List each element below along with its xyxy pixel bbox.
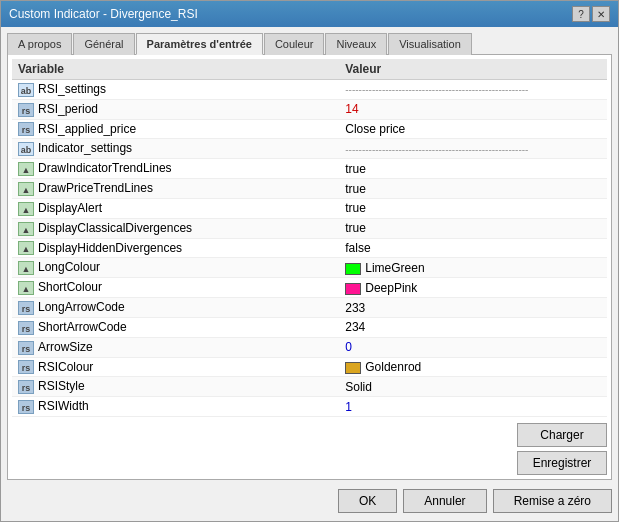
param-type-icon: rs [18, 103, 34, 117]
param-type-icon: ab [18, 83, 34, 97]
param-value-cell[interactable]: true [339, 159, 607, 179]
param-name-cell: ▲ShortColour [12, 278, 339, 298]
param-value-cell[interactable]: ----------------------------------------… [339, 139, 607, 159]
tab-general[interactable]: Général [73, 33, 134, 55]
param-name: RSIWidth [38, 399, 89, 413]
table-row[interactable]: rsRSI_applied_priceClose price [12, 119, 607, 139]
table-row[interactable]: ▲ShortColourDeepPink [12, 278, 607, 298]
tab-apropos[interactable]: A propos [7, 33, 72, 55]
help-button[interactable]: ? [572, 6, 590, 22]
param-value: Solid [345, 380, 372, 394]
tab-parametres[interactable]: Paramètres d'entrée [136, 33, 263, 55]
title-bar-buttons: ? ✕ [572, 6, 610, 22]
table-row[interactable]: ▲DrawIndicatorTrendLinestrue [12, 159, 607, 179]
param-value-cell[interactable]: 0 [339, 337, 607, 357]
param-type-icon: rs [18, 360, 34, 374]
charger-button[interactable]: Charger [517, 423, 607, 447]
param-type-icon: rs [18, 400, 34, 414]
color-label: LimeGreen [365, 261, 424, 275]
param-type-icon: ▲ [18, 202, 34, 216]
param-value: 1 [345, 400, 352, 414]
param-value-cell[interactable]: 233 [339, 298, 607, 318]
window-content: A propos Général Paramètres d'entrée Cou… [1, 27, 618, 521]
param-value: true [345, 221, 366, 235]
param-type-icon: ▲ [18, 222, 34, 236]
param-value-cell[interactable]: 234 [339, 317, 607, 337]
table-row[interactable]: ▲DisplayClassicalDivergencestrue [12, 218, 607, 238]
param-value: Close price [345, 122, 405, 136]
param-name: RSI_period [38, 102, 98, 116]
param-name-cell: ▲LongColour [12, 258, 339, 278]
ok-button[interactable]: OK [338, 489, 397, 513]
param-value-cell[interactable]: true [339, 198, 607, 218]
tab-couleur[interactable]: Couleur [264, 33, 325, 55]
table-row[interactable]: rsRSIColourGoldenrod [12, 357, 607, 377]
param-name: RSIStyle [38, 379, 85, 393]
param-value-cell[interactable]: true [339, 179, 607, 199]
table-row[interactable]: rsLongArrowCode233 [12, 298, 607, 318]
param-type-icon: ab [18, 142, 34, 156]
col-variable: Variable [12, 59, 339, 80]
table-row[interactable]: rsRSIStyleSolid [12, 377, 607, 397]
param-type-icon: rs [18, 321, 34, 335]
table-row[interactable]: rsArrowSize0 [12, 337, 607, 357]
table-row[interactable]: ▲DisplayHiddenDivergencesfalse [12, 238, 607, 258]
table-row[interactable]: rsRSIWidth1 [12, 397, 607, 417]
color-swatch [345, 263, 361, 275]
table-row[interactable]: abRSI_settings--------------------------… [12, 80, 607, 100]
title-bar: Custom Indicator - Divergence_RSI ? ✕ [1, 1, 618, 27]
param-name: Indicator_settings [38, 141, 132, 155]
param-value-cell[interactable]: Goldenrod [339, 357, 607, 377]
param-value-cell[interactable]: Solid [339, 377, 607, 397]
table-row[interactable]: ▲LongColourLimeGreen [12, 258, 607, 278]
close-button[interactable]: ✕ [592, 6, 610, 22]
param-name: RSIColour [38, 360, 93, 374]
param-value-cell[interactable]: 1 [339, 397, 607, 417]
table-row[interactable]: rsRSI_period14 [12, 99, 607, 119]
tab-visualisation[interactable]: Visualisation [388, 33, 472, 55]
tab-bar: A propos Général Paramètres d'entrée Cou… [7, 33, 612, 55]
param-value-cell[interactable]: ----------------------------------------… [339, 80, 607, 100]
table-row[interactable]: ▲DrawPriceTrendLinestrue [12, 179, 607, 199]
table-row[interactable]: rsShortArrowCode234 [12, 317, 607, 337]
color-label: Goldenrod [365, 360, 421, 374]
param-value: true [345, 201, 366, 215]
param-name-cell: rsShortArrowCode [12, 317, 339, 337]
param-name: LongColour [38, 260, 100, 274]
table-row[interactable]: abIndicator_settings--------------------… [12, 139, 607, 159]
enregistrer-button[interactable]: Enregistrer [517, 451, 607, 475]
param-value-cell[interactable]: true [339, 218, 607, 238]
param-name: LongArrowCode [38, 300, 125, 314]
param-name-cell: rsRSI_applied_price [12, 119, 339, 139]
param-name-cell: abIndicator_settings [12, 139, 339, 159]
param-type-icon: ▲ [18, 182, 34, 196]
tab-niveaux[interactable]: Niveaux [325, 33, 387, 55]
param-name: DisplayClassicalDivergences [38, 221, 192, 235]
param-name: RSI_settings [38, 82, 106, 96]
param-name: DrawPriceTrendLines [38, 181, 153, 195]
color-swatch [345, 362, 361, 374]
param-value-cell[interactable]: false [339, 238, 607, 258]
annuler-button[interactable]: Annuler [403, 489, 486, 513]
divider-value: ----------------------------------------… [345, 144, 528, 155]
col-valeur: Valeur [339, 59, 607, 80]
color-swatch [345, 283, 361, 295]
param-type-icon: ▲ [18, 241, 34, 255]
param-name-cell: rsRSIStyle [12, 377, 339, 397]
param-value-cell[interactable]: Close price [339, 119, 607, 139]
parameters-table: Variable Valeur abRSI_settings----------… [12, 59, 607, 417]
param-name-cell: rsRSIColour [12, 357, 339, 377]
param-value: 0 [345, 340, 352, 354]
param-type-icon: rs [18, 380, 34, 394]
remise-button[interactable]: Remise a zéro [493, 489, 612, 513]
param-name-cell: abRSI_settings [12, 80, 339, 100]
table-row[interactable]: ▲DisplayAlerttrue [12, 198, 607, 218]
window-title: Custom Indicator - Divergence_RSI [9, 7, 198, 21]
color-label: DeepPink [365, 281, 417, 295]
main-window: Custom Indicator - Divergence_RSI ? ✕ A … [0, 0, 619, 522]
param-value-cell[interactable]: DeepPink [339, 278, 607, 298]
param-value-cell[interactable]: 14 [339, 99, 607, 119]
param-value-cell[interactable]: LimeGreen [339, 258, 607, 278]
divider-value: ----------------------------------------… [345, 84, 528, 95]
parameters-table-container: Variable Valeur abRSI_settings----------… [12, 59, 607, 417]
